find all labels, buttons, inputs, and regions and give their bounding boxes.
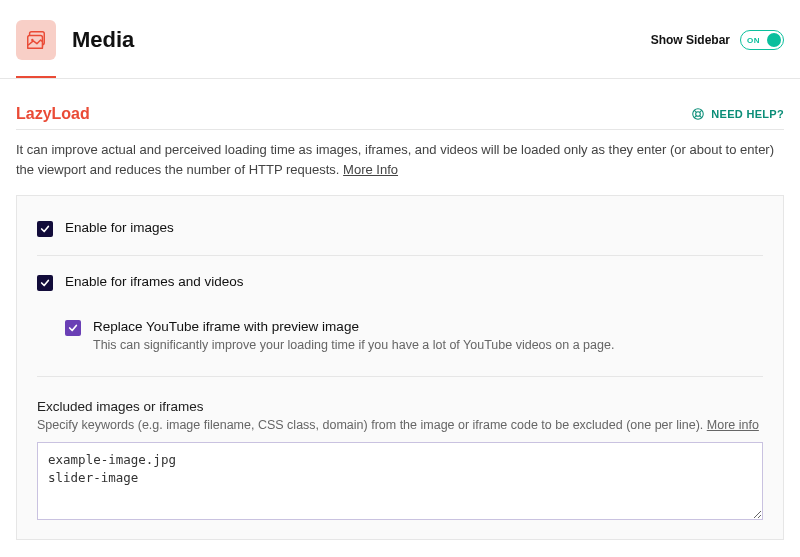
- checkbox-enable-iframes[interactable]: [37, 275, 53, 291]
- header-right: Show Sidebar ON: [651, 30, 784, 50]
- more-info-link[interactable]: More Info: [343, 162, 398, 177]
- section-title: LazyLoad: [16, 105, 90, 123]
- setting-enable-iframes: Enable for iframes and videos: [37, 268, 763, 297]
- setting-text: Replace YouTube iframe with preview imag…: [93, 319, 763, 352]
- check-icon: [40, 278, 50, 288]
- excluded-title: Excluded images or iframes: [37, 399, 763, 414]
- excluded-block: Excluded images or iframes Specify keywo…: [37, 399, 763, 523]
- excluded-description: Specify keywords (e.g. image filename, C…: [37, 418, 763, 432]
- checkbox-enable-images[interactable]: [37, 221, 53, 237]
- svg-point-4: [696, 112, 701, 117]
- more-info-link[interactable]: More info: [707, 418, 759, 432]
- setting-label: Replace YouTube iframe with preview imag…: [93, 319, 763, 334]
- page-header: Media Show Sidebar ON: [0, 0, 800, 76]
- divider: [37, 255, 763, 256]
- lifebuoy-icon: [691, 107, 705, 121]
- setting-label: Enable for images: [65, 220, 763, 235]
- check-icon: [40, 224, 50, 234]
- checkbox-replace-youtube[interactable]: [65, 320, 81, 336]
- section-head: LazyLoad NEED HELP?: [0, 79, 800, 129]
- toggle-state-label: ON: [747, 36, 760, 45]
- divider: [37, 376, 763, 377]
- page-title: Media: [72, 27, 134, 53]
- setting-enable-images: Enable for images: [37, 214, 763, 243]
- need-help-label: NEED HELP?: [711, 108, 784, 120]
- show-sidebar-toggle[interactable]: ON: [740, 30, 784, 50]
- header-left: Media: [16, 20, 134, 60]
- need-help-button[interactable]: NEED HELP?: [691, 107, 784, 121]
- setting-replace-youtube: Replace YouTube iframe with preview imag…: [37, 313, 763, 358]
- section-description: It can improve actual and perceived load…: [0, 130, 800, 195]
- setting-sub-description: This can significantly improve your load…: [93, 338, 763, 352]
- media-icon: [25, 29, 47, 51]
- setting-label: Enable for iframes and videos: [65, 274, 763, 289]
- setting-text: Enable for iframes and videos: [65, 274, 763, 289]
- setting-text: Enable for images: [65, 220, 763, 235]
- show-sidebar-label: Show Sidebar: [651, 33, 730, 47]
- excluded-textarea[interactable]: [37, 442, 763, 520]
- check-icon: [68, 323, 78, 333]
- media-icon-box: [16, 20, 56, 60]
- toggle-knob: [767, 33, 781, 47]
- excluded-description-text: Specify keywords (e.g. image filename, C…: [37, 418, 707, 432]
- settings-panel: Enable for images Enable for iframes and…: [16, 195, 784, 540]
